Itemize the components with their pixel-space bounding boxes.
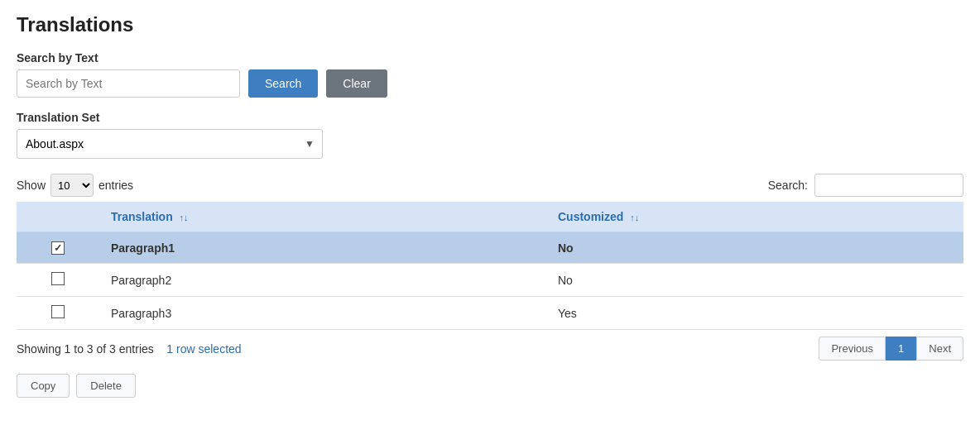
customized-cell: No bbox=[546, 232, 963, 264]
previous-button[interactable]: Previous bbox=[819, 337, 886, 361]
search-label: Search: bbox=[768, 179, 808, 192]
show-label: Show bbox=[17, 179, 46, 192]
col-header-translation[interactable]: Translation ↑↓ bbox=[99, 202, 546, 232]
table-footer: Showing 1 to 3 of 3 entries 1 row select… bbox=[17, 337, 963, 361]
translation-set-select[interactable]: About.aspx Home.aspx Contact.aspx bbox=[17, 129, 323, 159]
show-entries: Show 10 25 50 100 entries bbox=[17, 174, 133, 197]
next-button[interactable]: Next bbox=[916, 337, 963, 361]
copy-button[interactable]: Copy bbox=[17, 374, 70, 398]
search-by-text-label: Search by Text bbox=[17, 51, 963, 64]
delete-button[interactable]: Delete bbox=[76, 374, 136, 398]
customized-cell: No bbox=[546, 264, 963, 297]
checkbox-cell[interactable] bbox=[17, 297, 99, 330]
showing-text: Showing 1 to 3 of 3 entries bbox=[17, 342, 154, 356]
customized-cell: Yes bbox=[546, 297, 963, 330]
table-controls: Show 10 25 50 100 entries Search: bbox=[17, 174, 963, 197]
entries-select[interactable]: 10 25 50 100 bbox=[50, 174, 94, 197]
translation-set-label: Translation Set bbox=[17, 111, 963, 124]
checkbox-cell[interactable] bbox=[17, 232, 99, 264]
checkbox-unchecked-icon[interactable] bbox=[51, 305, 65, 318]
table-row[interactable]: Paragraph1No bbox=[17, 232, 963, 264]
search-row: Search Clear bbox=[17, 69, 963, 98]
table-row[interactable]: Paragraph2No bbox=[17, 264, 963, 297]
col-header-customized[interactable]: Customized ↑↓ bbox=[546, 202, 963, 232]
table-search: Search: bbox=[768, 174, 963, 197]
sort-icon-translation: ↑↓ bbox=[180, 212, 189, 222]
checkbox-checked-icon[interactable] bbox=[51, 241, 65, 255]
search-button[interactable]: Search bbox=[248, 69, 318, 98]
clear-button[interactable]: Clear bbox=[326, 69, 387, 98]
translation-set-wrapper: About.aspx Home.aspx Contact.aspx ▼ bbox=[17, 129, 323, 159]
translation-cell: Paragraph1 bbox=[99, 232, 546, 264]
translation-cell: Paragraph3 bbox=[99, 297, 546, 330]
action-buttons: Copy Delete bbox=[17, 374, 963, 398]
showing-info: Showing 1 to 3 of 3 entries 1 row select… bbox=[17, 342, 242, 356]
table-row[interactable]: Paragraph3Yes bbox=[17, 297, 963, 330]
col-customized-label: Customized bbox=[558, 210, 623, 223]
page-1-button[interactable]: 1 bbox=[886, 337, 916, 361]
col-translation-label: Translation bbox=[111, 210, 173, 223]
sort-icon-customized: ↑↓ bbox=[630, 212, 639, 222]
checkbox-cell[interactable] bbox=[17, 264, 99, 297]
selected-text: 1 row selected bbox=[166, 342, 241, 356]
table-header-row: Translation ↑↓ Customized ↑↓ bbox=[17, 202, 963, 232]
pagination: Previous 1 Next bbox=[819, 337, 963, 361]
entries-label: entries bbox=[98, 179, 133, 192]
search-text-input[interactable] bbox=[17, 69, 240, 98]
page-title: Translations bbox=[17, 13, 963, 36]
translation-cell: Paragraph2 bbox=[99, 264, 546, 297]
checkbox-unchecked-icon[interactable] bbox=[51, 272, 65, 285]
col-header-check bbox=[17, 202, 99, 232]
table-search-input[interactable] bbox=[814, 174, 963, 197]
translations-table: Translation ↑↓ Customized ↑↓ Paragraph1N… bbox=[17, 202, 963, 330]
